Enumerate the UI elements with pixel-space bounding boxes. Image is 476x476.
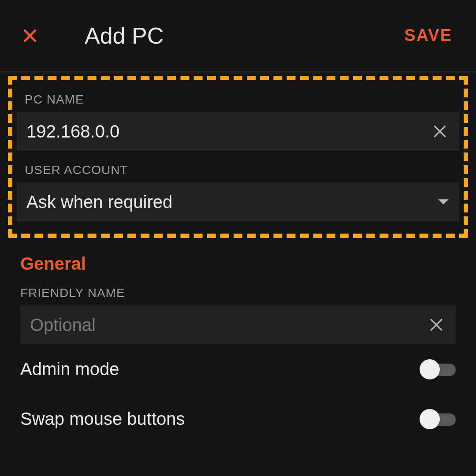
- general-section-title: General: [0, 246, 476, 286]
- pc-name-field-group: PC NAME: [17, 93, 459, 151]
- admin-mode-label: Admin mode: [20, 359, 420, 379]
- pc-name-label: PC NAME: [17, 93, 459, 112]
- swap-mouse-toggle[interactable]: [420, 411, 456, 428]
- admin-mode-toggle[interactable]: [420, 361, 456, 378]
- save-button[interactable]: SAVE: [404, 26, 457, 45]
- user-account-value: Ask when required: [26, 192, 437, 212]
- friendly-name-field-group: FRIENDLY NAME: [0, 286, 476, 344]
- friendly-name-clear-button[interactable]: [427, 315, 446, 335]
- friendly-name-input[interactable]: [30, 315, 427, 335]
- friendly-name-label: FRIENDLY NAME: [20, 286, 456, 305]
- user-account-dropdown[interactable]: Ask when required: [17, 182, 459, 221]
- clear-icon: [431, 123, 449, 140]
- toggle-thumb: [420, 409, 440, 429]
- page-title: Add PC: [85, 22, 404, 49]
- close-button[interactable]: [19, 25, 41, 46]
- close-icon: [21, 27, 39, 45]
- pc-name-input-wrap: [17, 112, 459, 151]
- user-account-field-group: USER ACCOUNT Ask when required: [17, 163, 459, 221]
- admin-mode-row: Admin mode: [0, 344, 476, 394]
- swap-mouse-row: Swap mouse buttons: [0, 394, 476, 444]
- clear-icon: [428, 316, 445, 334]
- header: Add PC SAVE: [0, 0, 476, 71]
- user-account-label: USER ACCOUNT: [17, 163, 459, 182]
- chevron-down-icon: [437, 198, 450, 206]
- highlight-box: PC NAME USER ACCOUNT Ask when required: [8, 76, 468, 238]
- friendly-name-input-wrap: [20, 305, 456, 344]
- swap-mouse-label: Swap mouse buttons: [20, 409, 420, 429]
- pc-name-clear-button[interactable]: [430, 122, 450, 141]
- toggle-thumb: [420, 359, 440, 379]
- content-area: PC NAME USER ACCOUNT Ask when required: [0, 76, 476, 444]
- pc-name-input[interactable]: [26, 122, 430, 141]
